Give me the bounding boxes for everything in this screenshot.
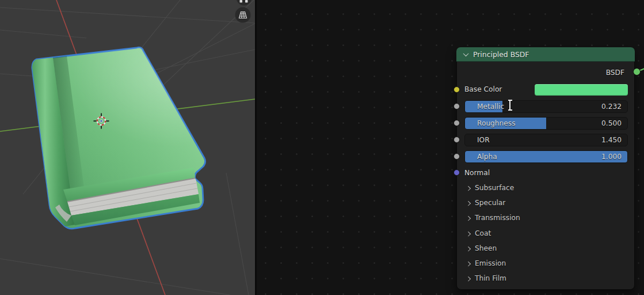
section-specular[interactable]: Specular <box>457 197 634 211</box>
grid-perspective-icon[interactable] <box>235 7 251 23</box>
base-color-socket[interactable] <box>454 86 460 93</box>
node-title: Principled BSDF <box>473 50 529 59</box>
base-color-row: Base Color <box>457 84 634 96</box>
metallic-label: Metallic <box>477 103 504 111</box>
ior-socket[interactable] <box>454 137 460 143</box>
metallic-socket[interactable] <box>454 103 460 109</box>
text-cursor <box>509 100 510 110</box>
metallic-slider[interactable]: Metallic 0.232 <box>464 100 628 113</box>
chevron-down-icon[interactable] <box>463 51 469 56</box>
chevron-right-icon <box>466 247 471 251</box>
ior-slider[interactable]: IOR 1.450 <box>464 134 628 146</box>
section-thin-film[interactable]: Thin Film <box>457 273 634 286</box>
section-coat[interactable]: Coat <box>457 228 634 241</box>
normal-socket[interactable] <box>454 169 460 176</box>
roughness-value: 0.500 <box>601 119 622 127</box>
node-header[interactable]: Principled BSDF <box>456 47 635 62</box>
alpha-label: Alpha <box>477 153 497 161</box>
chevron-right-icon <box>466 216 471 221</box>
roughness-socket[interactable] <box>454 120 460 126</box>
base-color-label: Base Color <box>464 85 502 93</box>
chevron-right-icon <box>466 262 471 266</box>
alpha-socket[interactable] <box>454 153 460 160</box>
section-sheen[interactable]: Sheen <box>457 243 634 256</box>
alpha-slider[interactable]: Alpha 1.000 <box>464 150 628 163</box>
bsdf-output-row: BSDF <box>457 67 634 80</box>
base-color-swatch[interactable] <box>535 84 628 96</box>
section-emission[interactable]: Emission <box>457 258 634 271</box>
alpha-value: 1.000 <box>601 153 622 161</box>
section-transmission[interactable]: Transmission <box>457 212 634 226</box>
bsdf-output-label: BSDF <box>606 69 624 77</box>
shader-editor[interactable]: Principled BSDF BSDF Base Color Metallic… <box>257 0 644 295</box>
chevron-right-icon <box>466 186 471 191</box>
ior-label: IOR <box>477 136 490 144</box>
normal-label: Normal <box>464 169 490 177</box>
viewport-scene <box>0 0 255 295</box>
roughness-label: Roughness <box>477 119 515 127</box>
chevron-right-icon <box>466 201 471 206</box>
section-subsurface[interactable]: Subsurface <box>457 182 634 196</box>
roughness-slider[interactable]: Roughness 0.500 <box>464 117 628 130</box>
blender-window: Principled BSDF BSDF Base Color Metallic… <box>0 0 644 295</box>
normal-row: Normal <box>457 167 634 180</box>
ior-value: 1.450 <box>601 136 622 144</box>
chevron-right-icon <box>466 277 471 281</box>
metallic-value: 0.232 <box>601 103 622 111</box>
bsdf-output-socket[interactable] <box>633 68 641 75</box>
3d-viewport[interactable] <box>0 0 255 295</box>
chevron-right-icon <box>466 232 471 236</box>
principled-bsdf-node[interactable]: Principled BSDF BSDF Base Color Metallic… <box>456 47 635 290</box>
